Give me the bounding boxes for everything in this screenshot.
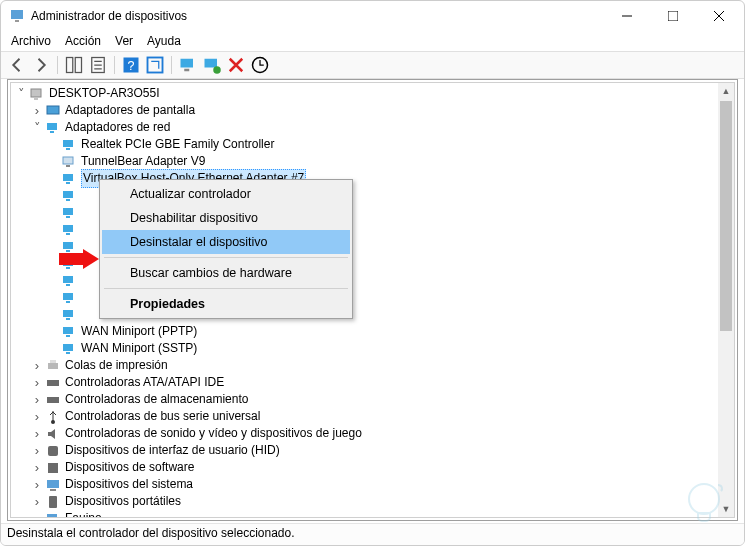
tree-portable-dev[interactable]: Dispositivos portátiles <box>65 493 181 510</box>
uninstall-button[interactable] <box>226 55 246 75</box>
svg-rect-55 <box>47 514 57 518</box>
svg-rect-37 <box>63 293 73 300</box>
svg-rect-27 <box>63 208 73 215</box>
expand-icon[interactable]: › <box>29 495 45 508</box>
tree-ata-ide[interactable]: Controladoras ATA/ATAPI IDE <box>65 374 224 391</box>
expand-icon[interactable]: › <box>29 461 45 474</box>
tree-item[interactable] <box>81 272 84 289</box>
network-adapter-icon <box>61 307 77 323</box>
tree-network-adapters[interactable]: Adaptadores de red <box>65 119 170 136</box>
menu-file[interactable]: Archivo <box>5 33 57 49</box>
svg-rect-36 <box>66 284 70 286</box>
help-button[interactable]: ? <box>121 55 141 75</box>
svg-rect-51 <box>48 463 58 473</box>
svg-rect-44 <box>66 352 70 354</box>
maximize-button[interactable] <box>650 1 696 31</box>
expand-icon[interactable]: › <box>29 478 45 491</box>
svg-rect-50 <box>48 446 58 456</box>
tree-sound[interactable]: Controladoras de sonido y vídeo y dispos… <box>65 425 362 442</box>
svg-rect-45 <box>48 363 58 369</box>
scroll-up-arrow-icon[interactable]: ▲ <box>718 83 734 99</box>
network-adapter-icon <box>61 188 77 204</box>
svg-rect-39 <box>63 310 73 317</box>
expand-icon[interactable]: ˅ <box>29 121 45 134</box>
svg-rect-15 <box>34 98 38 100</box>
tree-print-queues[interactable]: Colas de impresión <box>65 357 168 374</box>
svg-rect-48 <box>47 397 59 403</box>
ctx-disable-device[interactable]: Deshabilitar dispositivo <box>102 206 350 230</box>
close-button[interactable] <box>696 1 742 31</box>
tree-system-dev[interactable]: Dispositivos del sistema <box>65 476 193 493</box>
ctx-scan-hardware[interactable]: Buscar cambios de hardware <box>102 261 350 285</box>
network-adapter-icon <box>61 137 77 153</box>
tree-computer-category[interactable]: Fauino <box>65 510 102 517</box>
network-adapter-icon <box>61 154 77 170</box>
update-driver-button[interactable] <box>202 55 222 75</box>
tree-net-realtek[interactable]: Realtek PCIe GBE Family Controller <box>81 136 274 153</box>
scrollbar-thumb[interactable] <box>720 101 732 331</box>
ctx-properties[interactable]: Propiedades <box>102 292 350 316</box>
svg-rect-26 <box>66 199 70 201</box>
ctx-update-driver[interactable]: Actualizar controlador <box>102 182 350 206</box>
menu-view[interactable]: Ver <box>109 33 139 49</box>
expand-icon[interactable]: › <box>29 104 45 117</box>
tree-software-dev[interactable]: Dispositivos de software <box>65 459 194 476</box>
svg-rect-47 <box>47 380 59 386</box>
tree-item[interactable] <box>81 187 84 204</box>
usb-icon <box>45 409 61 425</box>
tree-hid[interactable]: Dispositivos de interfaz de usuario (HID… <box>65 442 280 459</box>
tree-display-adapters[interactable]: Adaptadores de pantalla <box>65 102 195 119</box>
menu-help[interactable]: Ayuda <box>141 33 187 49</box>
tree-item[interactable] <box>81 289 84 306</box>
scan-hardware-button[interactable] <box>178 55 198 75</box>
svg-rect-11 <box>205 59 218 68</box>
tree-usb[interactable]: Controladoras de bus serie universal <box>65 408 260 425</box>
svg-rect-10 <box>184 69 189 72</box>
svg-rect-30 <box>66 233 70 235</box>
minimize-button[interactable] <box>604 1 650 31</box>
expand-icon[interactable]: › <box>29 444 45 457</box>
status-text: Desinstala el controlador del dispositiv… <box>7 526 295 540</box>
portable-device-icon <box>45 494 61 510</box>
properties-button[interactable] <box>88 55 108 75</box>
tree-item[interactable] <box>81 204 84 221</box>
expand-icon[interactable]: › <box>29 427 45 440</box>
disable-button[interactable] <box>250 55 270 75</box>
tree-net-tunnelbear[interactable]: TunnelBear Adapter V9 <box>81 153 205 170</box>
expand-icon[interactable]: › <box>29 393 45 406</box>
window-title: Administrador de dispositivos <box>31 9 604 23</box>
toolbar: ? <box>1 51 744 79</box>
vertical-scrollbar[interactable]: ▲ ▼ <box>718 83 734 517</box>
svg-rect-46 <box>50 360 56 363</box>
svg-rect-40 <box>66 318 70 320</box>
update-button[interactable] <box>145 55 165 75</box>
network-adapter-icon <box>45 120 61 136</box>
expand-icon[interactable]: › <box>29 376 45 389</box>
tree-storage[interactable]: Controladoras de almacenamiento <box>65 391 248 408</box>
back-button[interactable] <box>7 55 27 75</box>
ctx-uninstall-device[interactable]: Desinstalar el dispositivo <box>102 230 350 254</box>
tree-item[interactable] <box>81 221 84 238</box>
menu-bar: Archivo Acción Ver Ayuda <box>1 31 744 51</box>
svg-rect-9 <box>181 59 194 68</box>
system-device-icon <box>45 477 61 493</box>
forward-button[interactable] <box>31 55 51 75</box>
controller-icon <box>45 375 61 391</box>
tree-net-wan-sstp[interactable]: WAN Miniport (SSTP) <box>81 340 197 357</box>
printer-icon <box>45 358 61 374</box>
expand-icon[interactable]: › <box>29 359 45 372</box>
tree-item[interactable] <box>81 306 84 323</box>
expand-icon[interactable]: › <box>29 410 45 423</box>
context-menu-separator <box>104 288 348 289</box>
computer-icon <box>45 511 61 518</box>
menu-action[interactable]: Acción <box>59 33 107 49</box>
toolbar-separator <box>171 56 172 74</box>
expand-icon[interactable]: › <box>29 512 45 517</box>
network-adapter-icon <box>61 341 77 357</box>
svg-rect-23 <box>63 174 73 181</box>
tree-net-wan-pptp[interactable]: WAN Miniport (PPTP) <box>81 323 197 340</box>
expand-icon[interactable]: ˅ <box>13 87 29 100</box>
tree-root[interactable]: DESKTOP-AR3O55I <box>49 85 159 102</box>
software-device-icon <box>45 460 61 476</box>
show-hide-tree-button[interactable] <box>64 55 84 75</box>
